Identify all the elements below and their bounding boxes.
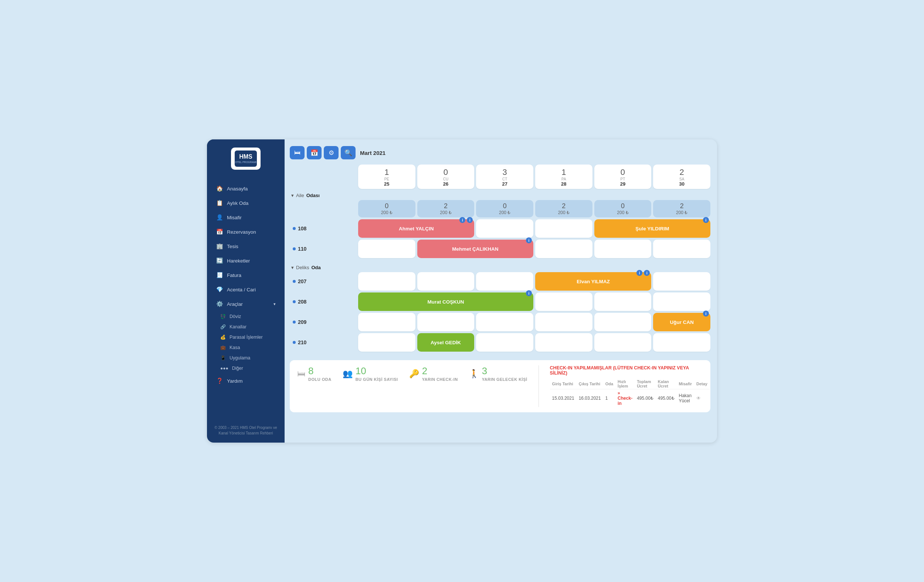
- sidebar-item-uygulama[interactable]: 📱 Uygulama: [207, 353, 285, 363]
- chevron-down-icon: ▾: [274, 302, 276, 306]
- group-header-aile-odasi[interactable]: ▾ Aile Odası: [290, 191, 710, 200]
- sidebar-item-aylik-oda[interactable]: 📋 Aylık Oda: [209, 196, 282, 210]
- empty-cell-110-30[interactable]: [653, 240, 710, 258]
- stat-price-aile-0: 200 ₺: [381, 210, 393, 215]
- empty-cell-209-26[interactable]: [417, 313, 475, 331]
- sidebar-item-kasa[interactable]: 💼 Kasa: [207, 342, 285, 353]
- stat-aile-5: 2 200 ₺: [653, 200, 710, 217]
- search-button[interactable]: 🔍: [341, 146, 356, 159]
- channels-icon: 🔗: [220, 324, 226, 329]
- empty-cell-110-25[interactable]: [358, 240, 416, 258]
- info-badge-ugur[interactable]: i: [703, 311, 709, 316]
- row0-kalan: 495.00₺: [656, 389, 677, 407]
- booking-sule-yildirim[interactable]: i Şule YILDIRIM: [594, 219, 710, 238]
- info-badge-mehmet[interactable]: i: [526, 237, 532, 243]
- empty-cell-108-28[interactable]: [535, 219, 592, 238]
- nav-label-tesis: Tesis: [227, 244, 238, 249]
- stats-row-aile: 0 200 ₺ 2 200 ₺ 0 200 ₺ 2 200 ₺: [290, 200, 710, 217]
- empty-cell-208-30[interactable]: [653, 293, 710, 311]
- settings-button[interactable]: ⚙: [324, 146, 338, 159]
- sidebar-item-doviz[interactable]: 💱 Döviz: [207, 311, 285, 322]
- checkin-table-body: 15.03.2021 16.03.2021 1 Check-in 495.00₺…: [550, 389, 710, 407]
- row0-detail-eye-icon[interactable]: 👁: [696, 396, 701, 401]
- checkin-row-0: 15.03.2021 16.03.2021 1 Check-in 495.00₺…: [550, 389, 710, 407]
- booking-elvan-yilmaz[interactable]: i i Elvan YILMAZ: [535, 272, 651, 291]
- room-label-209: 209: [290, 313, 356, 331]
- empty-cell-210-27[interactable]: [476, 333, 533, 352]
- booking-aysel-gedik[interactable]: Aysel GEDİK: [417, 333, 475, 352]
- empty-cell-208-28[interactable]: [535, 293, 592, 311]
- sidebar-item-kanallar[interactable]: 🔗 Kanallar: [207, 322, 285, 332]
- info-badge-sule[interactable]: i: [703, 217, 709, 223]
- sidebar-item-diger[interactable]: ●●● Diğer: [207, 363, 285, 374]
- empty-cell-110-28[interactable]: [535, 240, 592, 258]
- empty-cell-207-25[interactable]: [358, 272, 416, 291]
- booking-ugur-can[interactable]: i Uğur CAN: [653, 313, 710, 331]
- group-type-deliks: Deliks: [296, 265, 309, 270]
- arriving-stat-icon: 🚶: [469, 369, 479, 379]
- room-dot-110: [293, 247, 296, 250]
- stat-aile-3: 2 200 ₺: [535, 200, 592, 217]
- sidebar-item-yardim[interactable]: ❓ Yardım: [209, 374, 282, 388]
- calendar-area: 1 PE 25 0 CU 26 3 CT 27 1 PA 28: [290, 165, 710, 437]
- booking-murat-coskun[interactable]: i Murat COŞKUN: [358, 293, 533, 311]
- sidebar-item-rezervasyon[interactable]: 📅 Rezervasyon: [209, 225, 282, 239]
- stat-price-aile-5: 200 ₺: [676, 210, 688, 215]
- empty-cell-209-27[interactable]: [476, 313, 533, 331]
- booking-mehmet-calikhan[interactable]: i Mehmet ÇALIKHAN: [417, 240, 533, 258]
- info-badge-icon2[interactable]: i: [467, 217, 473, 223]
- booking-ahmet-yalcin[interactable]: i i Ahmet YALÇIN: [358, 219, 474, 238]
- dolu-oda-val: 8: [308, 365, 332, 377]
- day-1-occupied: 0: [444, 167, 448, 177]
- sidebar-item-hareketler[interactable]: 🔄 Hareketler: [209, 254, 282, 268]
- empty-cell-208-29[interactable]: [594, 293, 652, 311]
- stat-num-aile-0: 0: [385, 202, 388, 210]
- room-number-108: 108: [298, 226, 306, 231]
- checkin-warning-section: CHECK-IN YAPILMAMIŞLAR (LÜTFEN CHECK-IN …: [550, 365, 703, 407]
- sidebar-item-tesis[interactable]: 🏢 Tesis: [209, 239, 282, 253]
- guest-name-mehmet-calikhan: Mehmet ÇALIKHAN: [452, 246, 498, 252]
- col-hizli: Hızlı İşlem: [615, 379, 635, 389]
- empty-cell-210-29[interactable]: [594, 333, 652, 352]
- sidebar-item-fatura[interactable]: 🧾 Fatura: [209, 268, 282, 282]
- calendar-view-button[interactable]: 📅: [307, 146, 322, 159]
- cash-icon: 💼: [220, 345, 226, 350]
- sidebar-item-acenta-cari[interactable]: 💎 Acenta / Cari: [209, 283, 282, 296]
- empty-cell-207-27[interactable]: [476, 272, 533, 291]
- room-number-207: 207: [298, 278, 306, 284]
- yarin-checkin-label: YARIN CHECK-IN: [422, 377, 458, 382]
- stat-num-aile-1: 2: [444, 202, 447, 210]
- yarin-gelecek-label: YARIN GELECEK KİŞİ: [482, 377, 527, 382]
- row0-checkin-link[interactable]: Check-in: [618, 390, 632, 406]
- info-badge-elvan1[interactable]: i: [637, 270, 642, 276]
- stat-num-aile-2: 0: [503, 202, 507, 210]
- empty-cell-210-28[interactable]: [535, 333, 592, 352]
- empty-cell-110-29[interactable]: [594, 240, 652, 258]
- empty-cell-108-27[interactable]: [476, 219, 533, 238]
- sidebar-item-anasayfa[interactable]: 🏠 Anasayfa: [209, 182, 282, 196]
- info-badge-elvan2[interactable]: i: [644, 270, 650, 276]
- col-oda: Oda: [603, 379, 615, 389]
- empty-cell-207-26[interactable]: [417, 272, 475, 291]
- empty-cell-209-28[interactable]: [535, 313, 592, 331]
- col-cikis: Çıkış Tarihi: [577, 379, 603, 389]
- empty-cell-209-25[interactable]: [358, 313, 416, 331]
- nav-label-parasal-islemler: Parasal İşlemler: [229, 335, 263, 340]
- sidebar-item-misafir[interactable]: 👤 Misafir: [209, 210, 282, 225]
- empty-cell-210-30[interactable]: [653, 333, 710, 352]
- nav-label-yardim: Yardım: [227, 378, 243, 384]
- stat-aile-0: 0 200 ₺: [358, 200, 416, 217]
- empty-cell-209-29[interactable]: [594, 313, 652, 331]
- empty-cell-207-30[interactable]: [653, 272, 710, 291]
- nav-label-hareketler: Hareketler: [227, 258, 250, 264]
- stat-num-aile-3: 2: [562, 202, 566, 210]
- info-badge-murat[interactable]: i: [526, 290, 532, 296]
- info-badge-icon[interactable]: i: [459, 217, 465, 223]
- sidebar-item-araclar[interactable]: ⚙️ Araçlar ▾: [209, 297, 282, 311]
- bed-view-button[interactable]: 🛏: [290, 146, 305, 159]
- currency-icon: 💱: [220, 314, 226, 319]
- sidebar: HMS OTEL PROGRAMI 🏠 Anasayfa 📋 Aylık Oda…: [207, 139, 285, 443]
- sidebar-item-parasal-islemler[interactable]: 💰 Parasal İşlemler: [207, 332, 285, 342]
- yarin-checkin-val: 2: [422, 365, 458, 377]
- empty-cell-210-25[interactable]: [358, 333, 416, 352]
